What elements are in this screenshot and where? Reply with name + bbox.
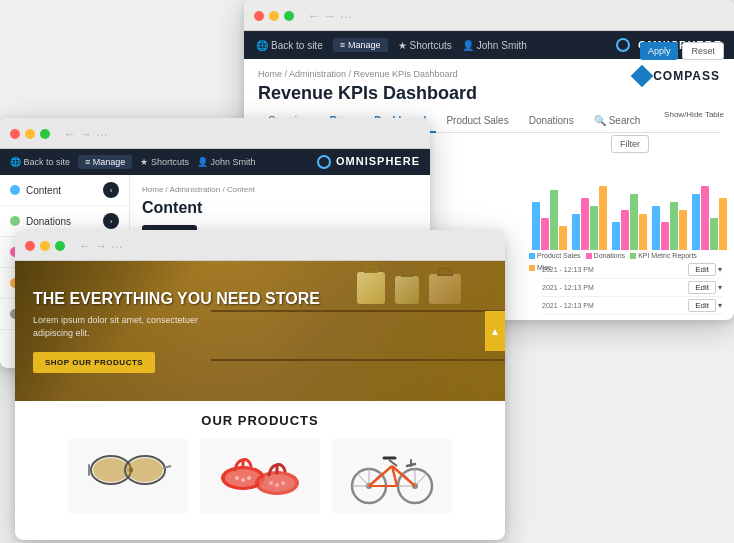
back-arrow-icon[interactable]: ← xyxy=(308,9,320,23)
sidebar-item-label: Content xyxy=(26,185,61,196)
minimize-button[interactable] xyxy=(25,129,35,139)
cms-topbar-right: OMNISPHERE xyxy=(317,155,420,170)
minimize-button[interactable] xyxy=(40,241,50,251)
svg-point-11 xyxy=(235,476,239,480)
bar-group-5 xyxy=(692,186,727,250)
bar xyxy=(652,206,660,250)
close-button[interactable] xyxy=(254,11,264,21)
sidebar-item-content-left: Content xyxy=(10,185,61,196)
edit-button-2[interactable]: Edit xyxy=(688,281,716,294)
hero-text-block: THE EVERYTHING YOU NEED STORE Lorem ipsu… xyxy=(15,269,338,393)
bar-group-2 xyxy=(572,186,607,250)
minimize-button[interactable] xyxy=(269,11,279,21)
table-row: 2021 - 12:13 PM Edit ▾ xyxy=(542,261,722,279)
store-content: THE EVERYTHING YOU NEED STORE Lorem ipsu… xyxy=(15,261,505,533)
chart-bars xyxy=(524,170,724,250)
svg-line-23 xyxy=(357,473,369,486)
edit-dropdown-3[interactable]: ▾ xyxy=(718,301,722,310)
store-hero: THE EVERYTHING YOU NEED STORE Lorem ipsu… xyxy=(15,261,505,401)
cms-breadcrumb: Home / Administration / Content xyxy=(142,185,418,194)
shortcuts-link[interactable]: ★ Shortcuts xyxy=(140,157,189,167)
reset-button[interactable]: Reset xyxy=(682,42,724,60)
forward-arrow-icon[interactable]: → xyxy=(95,239,107,253)
back-to-site-link[interactable]: 🌐 Back to site xyxy=(256,40,323,51)
more-icon[interactable]: ··· xyxy=(111,238,123,254)
bar xyxy=(630,194,638,250)
compass-label: COMPASS xyxy=(653,69,720,83)
bar xyxy=(679,210,687,250)
forward-arrow-icon[interactable]: → xyxy=(80,127,92,141)
bar xyxy=(661,222,669,250)
tab-search[interactable]: 🔍 Search xyxy=(584,110,651,133)
back-arrow-icon[interactable]: ← xyxy=(79,239,91,253)
shortcuts-link[interactable]: ★ Shortcuts xyxy=(398,40,452,51)
filter-button[interactable]: Filter xyxy=(611,135,649,153)
table-row: 2021 - 12:13 PM Edit ▾ xyxy=(542,297,722,315)
svg-point-12 xyxy=(241,478,245,482)
maximize-button[interactable] xyxy=(55,241,65,251)
legend-color-1 xyxy=(529,253,535,259)
list-item xyxy=(200,438,320,514)
bar xyxy=(590,206,598,250)
traffic-lights-back xyxy=(254,11,294,21)
content-dot-icon xyxy=(10,185,20,195)
more-icon[interactable]: ··· xyxy=(340,8,352,24)
more-icon[interactable]: ··· xyxy=(96,126,108,142)
edit-button-1[interactable]: Edit xyxy=(688,263,716,276)
browser-chrome-back: ← → ··· xyxy=(244,0,734,31)
menu-icon: ≡ xyxy=(340,40,345,50)
close-button[interactable] xyxy=(25,241,35,251)
browser-nav-mid: ← → ··· xyxy=(64,126,108,142)
sidebar-expand-icon[interactable]: › xyxy=(103,213,119,229)
bar xyxy=(581,198,589,250)
back-to-site-link[interactable]: 🌐 Back to site xyxy=(10,157,70,167)
tab-product-sales[interactable]: Product Sales xyxy=(436,110,518,133)
edit-dropdown-1[interactable]: ▾ xyxy=(718,265,722,274)
legend-color-2 xyxy=(586,253,592,259)
row-date-3: 2021 - 12:13 PM xyxy=(542,302,594,309)
sidebar-item-content[interactable]: Content › xyxy=(0,175,129,206)
edit-actions-2: Edit ▾ xyxy=(688,281,722,294)
cms-topbar: 🌐 Back to site ≡ Manage ★ Shortcuts 👤 Jo… xyxy=(0,149,430,175)
search-icon: 🔍 xyxy=(594,115,606,126)
show-hide-table[interactable]: Show/Hide Table xyxy=(664,110,724,119)
maximize-button[interactable] xyxy=(40,129,50,139)
traffic-lights-front xyxy=(25,241,65,251)
user-menu[interactable]: 👤 John Smith xyxy=(462,40,527,51)
bicycle-image xyxy=(332,438,452,508)
manage-link[interactable]: ≡ Manage xyxy=(78,155,132,169)
browser-nav-front: ← → ··· xyxy=(79,238,123,254)
svg-line-35 xyxy=(389,460,397,466)
bicycle-svg xyxy=(347,438,437,508)
back-arrow-icon[interactable]: ← xyxy=(64,127,76,141)
bar-group-1 xyxy=(532,190,567,250)
shop-products-button[interactable]: SHOP OUR PRODUCTS xyxy=(33,352,155,373)
close-button[interactable] xyxy=(10,129,20,139)
bar xyxy=(639,214,647,250)
legend-label-3: KPI Metric Reports xyxy=(638,252,697,259)
edit-dropdown-2[interactable]: ▾ xyxy=(718,283,722,292)
forward-arrow-icon[interactable]: → xyxy=(324,9,336,23)
bar xyxy=(541,218,549,250)
legend-item-1: Product Sales xyxy=(529,252,581,259)
omnisphere-logo-circle xyxy=(616,38,630,52)
products-grid xyxy=(31,438,489,514)
sidebar-item-donations-left: Donations xyxy=(10,216,71,227)
maximize-button[interactable] xyxy=(284,11,294,21)
edit-button-3[interactable]: Edit xyxy=(688,299,716,312)
svg-point-2 xyxy=(93,458,129,482)
star-icon: ★ xyxy=(140,157,148,167)
manage-link[interactable]: ≡ Manage xyxy=(333,38,388,52)
sidebar-expand-icon[interactable]: › xyxy=(103,182,119,198)
omnisphere-logo-text: OMNISPHERE xyxy=(336,155,420,167)
user-menu[interactable]: 👤 John Smith xyxy=(197,157,256,167)
compass-diamond-icon xyxy=(634,68,650,84)
donations-dot-icon xyxy=(10,216,20,226)
tab-donations[interactable]: Donations xyxy=(519,110,584,133)
globe-icon: 🌐 xyxy=(256,40,268,51)
bar xyxy=(692,194,700,250)
products-section: OUR PRODUCTS xyxy=(15,401,505,526)
cms-title: Content xyxy=(142,199,418,217)
apply-button[interactable]: Apply xyxy=(640,42,679,60)
bar xyxy=(559,226,567,250)
